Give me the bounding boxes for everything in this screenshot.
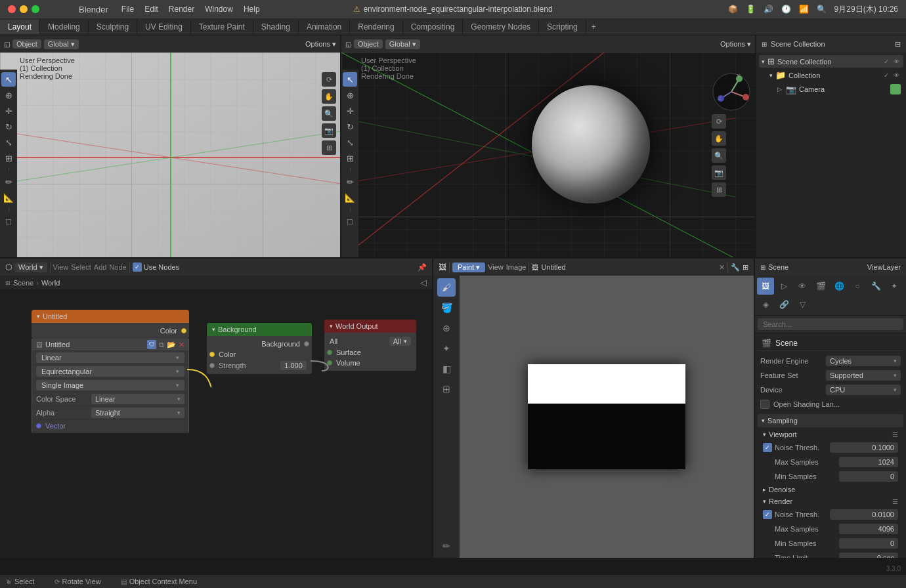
tab-animation[interactable]: Animation — [299, 20, 350, 34]
node-untitled-header[interactable]: ▾ Untitled — [32, 310, 189, 323]
time-limit-value[interactable]: 0 sec — [839, 553, 898, 558]
tool-add-r[interactable]: □ — [343, 214, 357, 228]
socket-vector-in[interactable] — [36, 423, 41, 429]
tool-annotate[interactable]: ✏ — [1, 175, 16, 189]
tool-rotate[interactable]: ↻ — [1, 119, 16, 134]
image-close[interactable]: ✕ — [719, 263, 725, 272]
viewport-left[interactable]: ◱ Object Global ▾ Options ▾ — [0, 35, 341, 257]
gizmo-camera[interactable]: 📷 — [322, 123, 336, 138]
socket-bg-out[interactable] — [304, 341, 309, 346]
vp-noise-checkbox[interactable]: ✓ — [763, 443, 772, 452]
props-tab-data[interactable]: ▽ — [794, 296, 811, 313]
paint-tool-active[interactable]: 🖌 — [437, 278, 456, 297]
window-controls[interactable] — [8, 5, 39, 13]
tab-rendering[interactable]: Rendering — [350, 20, 402, 34]
viewport-left-shading[interactable]: Global ▾ — [44, 39, 79, 49]
open-shading-checkbox[interactable] — [760, 400, 769, 409]
socket-volume-in[interactable] — [327, 360, 332, 366]
denoise-subheader[interactable]: ▸ Denoise — [758, 484, 903, 495]
render-min-samples-value[interactable]: 0 — [839, 538, 898, 549]
subpanel-close[interactable]: ✕ — [179, 341, 184, 349]
tool-select[interactable]: ↖ — [1, 72, 16, 87]
close-button[interactable] — [8, 5, 16, 13]
image-view-btn[interactable]: View — [488, 263, 504, 271]
node-editor[interactable]: ⬡ World ▾ View Select Add Node ✓ Use Nod… — [0, 259, 433, 558]
header-view[interactable]: View — [53, 263, 69, 271]
node-canvas[interactable]: ▾ Untitled Color 🖼 Untitled — [0, 290, 432, 558]
props-tab-view[interactable]: 👁 — [794, 278, 811, 295]
props-tab-output[interactable]: ▷ — [775, 278, 792, 295]
image-image-btn[interactable]: Image — [506, 263, 527, 271]
socket-surface-in[interactable] — [327, 350, 332, 355]
socket-bg-color-in[interactable] — [209, 352, 215, 357]
node-bg-collapse[interactable]: ▾ — [212, 326, 215, 333]
subpanel-linear-dropdown[interactable]: Linear ▾ — [36, 352, 184, 363]
tab-uv-editing[interactable]: UV Editing — [137, 20, 191, 34]
tool-scale-r[interactable]: ⤡ — [343, 135, 357, 150]
gizmo-grid-r[interactable]: ⊞ — [712, 182, 726, 197]
wo-all-dropdown[interactable]: All▾ — [389, 337, 411, 346]
tab-modeling[interactable]: Modeling — [40, 20, 89, 34]
gizmo-zoom[interactable]: 🔍 — [322, 106, 336, 121]
tool-move[interactable]: ✛ — [1, 104, 16, 118]
render-noise-value[interactable]: 0.0100 — [830, 509, 898, 520]
sampling-header[interactable]: ▾ Sampling — [758, 414, 903, 427]
props-tab-physics[interactable]: ◈ — [757, 296, 774, 313]
gizmo-grid[interactable]: ⊞ — [322, 140, 336, 155]
gizmo-camera-r[interactable]: 📷 — [712, 165, 726, 180]
tab-compositing[interactable]: Compositing — [403, 20, 464, 34]
gizmo-orbit[interactable]: ⟳ — [322, 72, 336, 87]
subpanel-equirect-dropdown[interactable]: Equirectangular ▾ — [36, 366, 184, 377]
colorspace-dropdown[interactable]: Linear ▾ — [91, 394, 184, 404]
viewport-left-mode[interactable]: Object — [12, 39, 41, 49]
props-tab-render[interactable]: 🖼 — [757, 278, 774, 295]
strength-value[interactable]: 1.000 — [280, 361, 307, 370]
node-bg-header[interactable]: ▾ Background — [207, 323, 312, 336]
visibility-icon-coll[interactable]: 👁 — [892, 71, 901, 80]
tool-rotate-r[interactable]: ↻ — [343, 119, 357, 134]
tool-add-cube[interactable]: □ — [1, 214, 16, 228]
node-background[interactable]: ▾ Background Background Color — [207, 323, 312, 374]
image-canvas[interactable] — [460, 276, 754, 558]
paint-tool-fill[interactable]: 🪣 — [437, 299, 456, 317]
minimize-button[interactable] — [20, 5, 28, 13]
use-nodes-toggle[interactable]: ✓ Use Nodes — [133, 262, 179, 272]
breadcrumb-world[interactable]: World — [41, 279, 60, 287]
node-untitled[interactable]: ▾ Untitled Color 🖼 Untitled — [32, 310, 189, 432]
feature-set-dropdown[interactable]: Supported ▾ — [826, 370, 901, 381]
props-search-input[interactable] — [758, 318, 903, 330]
tab-layout[interactable]: Layout — [0, 20, 40, 34]
tab-sculpting[interactable]: Sculpting — [89, 20, 137, 34]
outliner-camera[interactable]: ▷ 📷 Camera — [759, 83, 903, 96]
tool-cursor-r[interactable]: ⊕ — [343, 88, 357, 102]
viewport-left-options-btn[interactable]: Options ▾ — [305, 40, 336, 49]
outliner-collection[interactable]: ▾ 📁 Collection ✓ 👁 — [759, 69, 903, 81]
node-editor-type[interactable]: World ▾ — [14, 262, 47, 272]
props-tab-object[interactable]: ○ — [849, 278, 866, 295]
app-menu[interactable]: File Edit Render Window Help — [121, 5, 260, 14]
tool-cursor[interactable]: ⊕ — [1, 88, 16, 102]
gizmo-pan[interactable]: ✋ — [322, 89, 336, 104]
render-engine-dropdown[interactable]: Cycles ▾ — [826, 356, 901, 366]
image-zoom[interactable]: ⊞ — [743, 263, 748, 272]
subpanel-copy[interactable]: ⧉ — [159, 341, 164, 349]
tool-annotate-r[interactable]: ✏ — [343, 175, 357, 189]
breadcrumb-scene[interactable]: Scene — [13, 279, 33, 287]
viewport-right-shading[interactable]: Global ▾ — [385, 39, 420, 49]
paint-tool-extra[interactable]: ✏ — [437, 537, 456, 555]
props-tab-constraints[interactable]: 🔗 — [775, 296, 792, 313]
paint-tool-erase[interactable]: ⊞ — [437, 380, 456, 398]
render-max-samples-value[interactable]: 4096 — [839, 524, 898, 534]
menu-edit[interactable]: Edit — [144, 5, 158, 14]
viewport-subheader[interactable]: ▾ Viewport ☰ — [758, 429, 903, 440]
image-options[interactable]: 🔧 — [731, 263, 740, 272]
socket-color-out[interactable] — [181, 328, 186, 333]
gizmo-orbit-r[interactable]: ⟳ — [712, 114, 726, 129]
tool-measure[interactable]: 📐 — [1, 190, 16, 205]
node-collapse-icon[interactable]: ▾ — [37, 313, 40, 320]
paint-tool-clone[interactable]: ⊕ — [437, 319, 456, 337]
tool-transform-r[interactable]: ⊞ — [343, 151, 357, 165]
viewport-right[interactable]: ◱ Object Global ▾ Options ▾ — [341, 35, 755, 257]
vp-min-samples-value[interactable]: 0 — [839, 471, 898, 482]
image-editor[interactable]: 🖼 Paint ▾ View Image 🖼 Untitled ✕ 🔧 ⊞ 🖌 … — [433, 259, 755, 558]
